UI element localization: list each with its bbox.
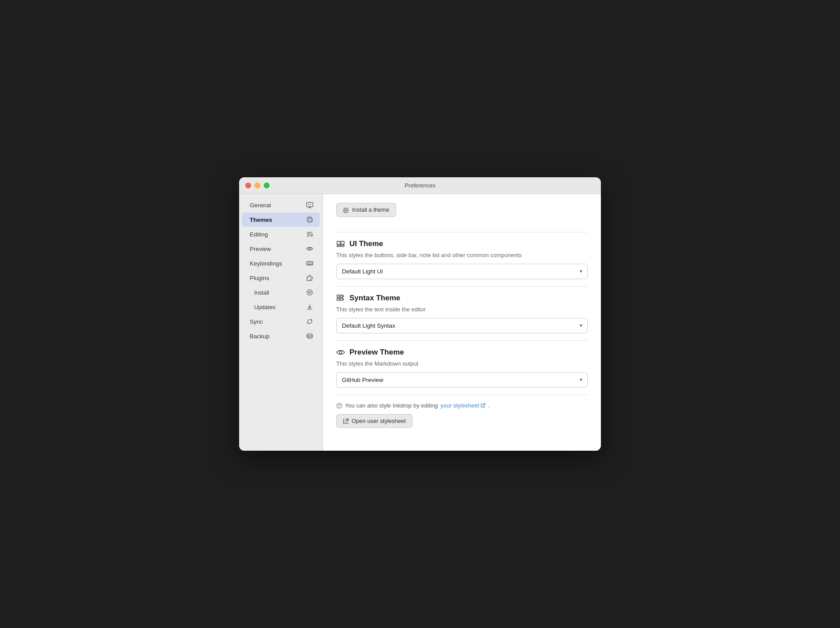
svg-point-8 <box>308 218 309 219</box>
svg-rect-35 <box>341 245 344 247</box>
sidebar-item-preview[interactable]: Preview <box>242 242 320 256</box>
svg-rect-32 <box>337 241 340 244</box>
svg-rect-33 <box>341 241 344 244</box>
traffic-lights <box>245 183 270 188</box>
preview-theme-icon <box>336 348 345 357</box>
install-theme-button[interactable]: Install a theme <box>336 203 396 217</box>
eye-icon <box>306 245 314 253</box>
sidebar-label-plugins: Plugins <box>250 275 306 281</box>
open-stylesheet-icon <box>343 418 349 424</box>
svg-point-29 <box>307 334 312 336</box>
syntax-theme-desc: This styles the text inside the editor <box>336 306 588 313</box>
sidebar-label-themes: Themes <box>250 217 306 223</box>
sidebar-item-editing[interactable]: Editing <box>242 227 320 241</box>
divider-1 <box>336 232 588 232</box>
sidebar-label-preview: Preview <box>250 246 306 252</box>
syntax-theme-icon <box>336 294 345 303</box>
install-theme-label: Install a theme <box>352 206 390 213</box>
svg-line-45 <box>345 419 349 422</box>
syntax-theme-dropdown[interactable]: Default Light Syntax Default Dark Syntax… <box>336 318 588 333</box>
window-title: Preferences <box>405 182 435 189</box>
ui-theme-icon <box>336 239 345 248</box>
stylesheet-link[interactable]: your stylesheet <box>441 402 485 409</box>
install-theme-icon <box>343 206 349 213</box>
sidebar-item-backup[interactable]: Backup <box>242 329 320 343</box>
sidebar-item-keybindings[interactable]: Keybindings <box>242 256 320 270</box>
sidebar-label-sync: Sync <box>250 318 306 325</box>
keyboard-icon <box>306 259 314 267</box>
svg-rect-36 <box>337 295 339 297</box>
ui-theme-header: UI Theme <box>336 239 588 248</box>
titlebar: Preferences <box>239 177 601 194</box>
open-stylesheet-button[interactable]: Open user stylesheet <box>336 414 412 428</box>
preferences-window: Preferences General <box>239 177 601 451</box>
divider-2 <box>336 286 588 287</box>
svg-rect-34 <box>337 245 340 247</box>
svg-point-7 <box>307 217 312 222</box>
minimize-button[interactable] <box>255 183 260 188</box>
stylesheet-note-suffix: . <box>488 402 490 409</box>
syntax-theme-header: Syntax Theme <box>336 294 588 303</box>
content-area: Install a theme UI Theme This styles the… <box>323 194 601 451</box>
svg-point-10 <box>308 220 309 221</box>
svg-point-9 <box>311 218 311 219</box>
svg-point-43 <box>339 407 339 407</box>
stylesheet-link-label: your stylesheet <box>441 402 479 409</box>
external-link-icon <box>480 403 485 408</box>
sync-icon <box>306 318 314 325</box>
main-layout: General Themes <box>239 194 601 451</box>
palette-icon <box>306 216 314 224</box>
ui-theme-dropdown[interactable]: Default Light UI Default Dark UI Solariz… <box>336 264 588 279</box>
install-icon <box>306 288 314 296</box>
sidebar-item-plugins[interactable]: Plugins <box>242 271 320 285</box>
edit-icon <box>306 230 314 238</box>
monitor-icon <box>306 201 314 209</box>
sidebar-item-sync[interactable]: Sync <box>242 314 320 329</box>
sidebar-label-updates: Updates <box>254 304 306 310</box>
sidebar: General Themes <box>239 194 323 451</box>
question-circle-icon <box>336 402 342 409</box>
svg-point-17 <box>309 248 311 250</box>
ui-theme-desc: This styles the buttons, side bar, note … <box>336 252 588 258</box>
syntax-theme-dropdown-wrapper: Default Light Syntax Default Dark Syntax… <box>336 318 588 333</box>
svg-point-31 <box>345 209 345 210</box>
svg-rect-38 <box>337 298 339 300</box>
svg-point-30 <box>344 208 349 213</box>
sidebar-label-general: General <box>250 202 306 209</box>
sidebar-item-updates[interactable]: Updates <box>242 300 320 314</box>
svg-rect-39 <box>340 298 342 300</box>
preview-theme-header: Preview Theme <box>336 348 588 357</box>
svg-point-26 <box>307 290 312 295</box>
stylesheet-note-text: You can also style Inkdrop by editing <box>345 402 438 409</box>
svg-rect-37 <box>340 295 342 297</box>
svg-point-12 <box>309 218 310 219</box>
syntax-theme-title: Syntax Theme <box>349 294 400 303</box>
sidebar-item-install[interactable]: Install <box>242 285 320 299</box>
divider-3 <box>336 340 588 341</box>
svg-point-27 <box>308 292 309 292</box>
stylesheet-note: You can also style Inkdrop by editing yo… <box>336 402 588 409</box>
ui-theme-dropdown-wrapper: Default Light UI Default Dark UI Solariz… <box>336 264 588 279</box>
sidebar-label-keybindings: Keybindings <box>250 260 306 267</box>
backup-icon <box>306 332 314 340</box>
ui-theme-title: UI Theme <box>349 239 383 248</box>
svg-point-11 <box>311 220 311 221</box>
close-button[interactable] <box>245 183 251 188</box>
maximize-button[interactable] <box>264 183 270 188</box>
download-icon <box>306 303 314 311</box>
puzzle-icon <box>306 274 314 282</box>
sidebar-item-general[interactable]: General <box>242 198 320 212</box>
preview-theme-title: Preview Theme <box>349 348 404 357</box>
sidebar-label-install: Install <box>254 289 306 296</box>
divider-4 <box>336 395 588 395</box>
preview-theme-dropdown[interactable]: GitHub Preview Default Preview Solarized… <box>336 372 588 388</box>
sidebar-item-themes[interactable]: Themes <box>242 213 320 227</box>
svg-line-44 <box>483 404 485 406</box>
svg-point-41 <box>339 351 342 354</box>
sidebar-label-editing: Editing <box>250 231 306 238</box>
preview-theme-desc: This styles the Markdown output <box>336 360 588 367</box>
open-stylesheet-label: Open user stylesheet <box>352 418 406 424</box>
preview-theme-dropdown-wrapper: GitHub Preview Default Preview Solarized… <box>336 372 588 388</box>
sidebar-label-backup: Backup <box>250 333 306 340</box>
